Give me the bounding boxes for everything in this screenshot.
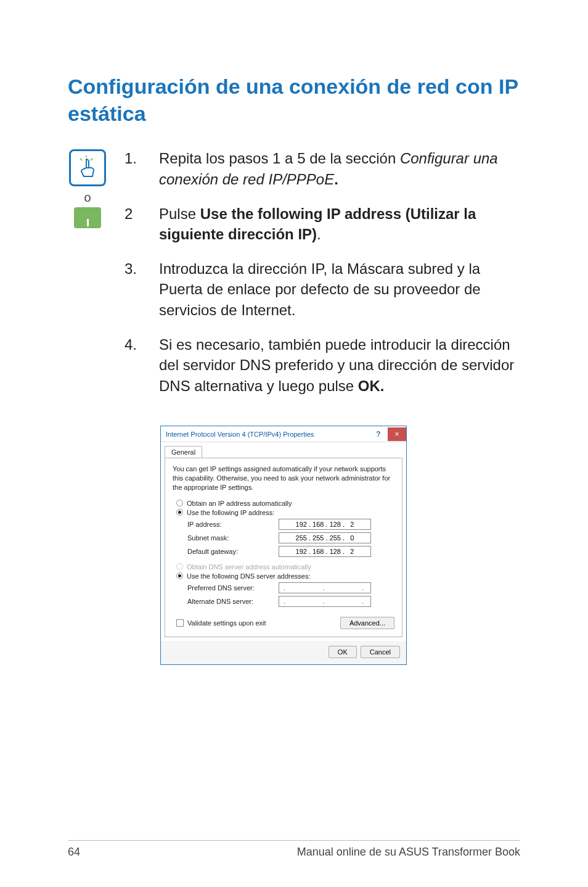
step-1: 1. Repita los pasos 1 a 5 de la sección … — [125, 148, 520, 189]
text: Pulse — [159, 205, 200, 222]
step-number: 3. — [125, 258, 142, 321]
checkbox-label: Validate settings upon exit — [187, 619, 266, 627]
text: . — [334, 171, 338, 188]
page-footer: 64 Manual online de su ASUS Transformer … — [68, 840, 520, 859]
radio-obtain-dns-auto: Obtain DNS server address automatically — [176, 563, 394, 571]
ip-address-input[interactable] — [279, 519, 371, 530]
subnet-mask-row: Subnet mask: — [187, 532, 394, 543]
subnet-mask-input[interactable] — [279, 532, 371, 543]
dialog-title: Internet Protocol Version 4 (TCP/IPv4) P… — [166, 431, 314, 438]
section-heading: Configuración de una conexión de red con… — [68, 73, 520, 127]
step-text: Repita los pasos 1 a 5 de la sección Con… — [159, 148, 520, 189]
steps-list: 1. Repita los pasos 1 a 5 de la sección … — [125, 148, 520, 396]
step-text: Pulse Use the following IP address (Util… — [159, 204, 520, 245]
help-button[interactable]: ? — [369, 427, 388, 441]
cancel-button[interactable]: Cancel — [361, 646, 400, 658]
step-text: Si es necesario, también puede introduci… — [159, 334, 520, 397]
step-number: 1. — [125, 148, 142, 189]
default-gateway-input[interactable] — [279, 546, 371, 557]
touch-icon — [69, 149, 106, 186]
default-gateway-row: Default gateway: — [187, 546, 394, 557]
dialog-title-bar: Internet Protocol Version 4 (TCP/IPv4) P… — [161, 426, 406, 442]
radio-icon — [176, 572, 183, 579]
radio-icon — [176, 500, 183, 506]
or-label: o — [84, 191, 91, 204]
step-2: 2 Pulse Use the following IP address (Ut… — [125, 204, 520, 245]
step-text: Introduzca la dirección IP, la Máscara s… — [159, 258, 520, 321]
radio-label: Obtain an IP address automatically — [187, 500, 292, 507]
tab-strip: General — [161, 442, 406, 458]
ok-button[interactable]: OK — [329, 646, 357, 658]
radio-label: Obtain DNS server address automatically — [187, 563, 311, 571]
text-bold: OK. — [358, 377, 385, 394]
checkbox-icon — [176, 619, 184, 627]
radio-icon — [176, 563, 183, 570]
step-4: 4. Si es necesario, también puede introd… — [125, 334, 520, 397]
field-label: Alternate DNS server: — [187, 598, 274, 605]
preferred-dns-input[interactable] — [279, 582, 371, 593]
field-label: Subnet mask: — [187, 534, 274, 542]
hand-tap-icon — [75, 155, 100, 180]
text: Repita los pasos 1 a 5 de la sección — [159, 150, 400, 167]
radio-obtain-ip-auto[interactable]: Obtain an IP address automatically — [176, 500, 394, 507]
page-number: 64 — [68, 846, 80, 859]
step-number: 2 — [125, 204, 142, 245]
dialog-body: You can get IP settings assigned automat… — [165, 458, 402, 637]
step-number: 4. — [125, 334, 142, 397]
dialog-description: You can get IP settings assigned automat… — [173, 464, 394, 492]
validate-checkbox-row[interactable]: Validate settings upon exit — [176, 619, 266, 627]
radio-use-following-dns[interactable]: Use the following DNS server addresses: — [176, 572, 394, 580]
radio-icon — [176, 509, 183, 516]
radio-label: Use the following DNS server addresses: — [187, 572, 311, 580]
tab-general[interactable]: General — [165, 446, 202, 458]
alternate-dns-input[interactable] — [279, 596, 371, 607]
field-label: Preferred DNS server: — [187, 584, 274, 592]
preferred-dns-row: Preferred DNS server: — [187, 582, 394, 593]
footer-text: Manual online de su ASUS Transformer Boo… — [297, 846, 520, 859]
text: Si es necesario, también puede introduci… — [159, 336, 514, 394]
input-method-icons: o — [68, 148, 107, 410]
step-3: 3. Introduzca la dirección IP, la Máscar… — [125, 258, 520, 321]
trackpad-icon — [74, 207, 101, 228]
alternate-dns-row: Alternate DNS server: — [187, 596, 394, 607]
text: . — [317, 226, 321, 242]
field-label: Default gateway: — [187, 548, 274, 555]
radio-use-following-ip[interactable]: Use the following IP address: — [176, 509, 394, 516]
advanced-button[interactable]: Advanced... — [340, 617, 394, 629]
ip-properties-dialog: Internet Protocol Version 4 (TCP/IPv4) P… — [160, 426, 407, 665]
dialog-button-row: OK Cancel — [161, 641, 406, 664]
field-label: IP address: — [187, 521, 274, 528]
radio-label: Use the following IP address: — [187, 509, 274, 516]
ip-address-row: IP address: — [187, 519, 394, 530]
close-button[interactable]: × — [388, 427, 406, 441]
